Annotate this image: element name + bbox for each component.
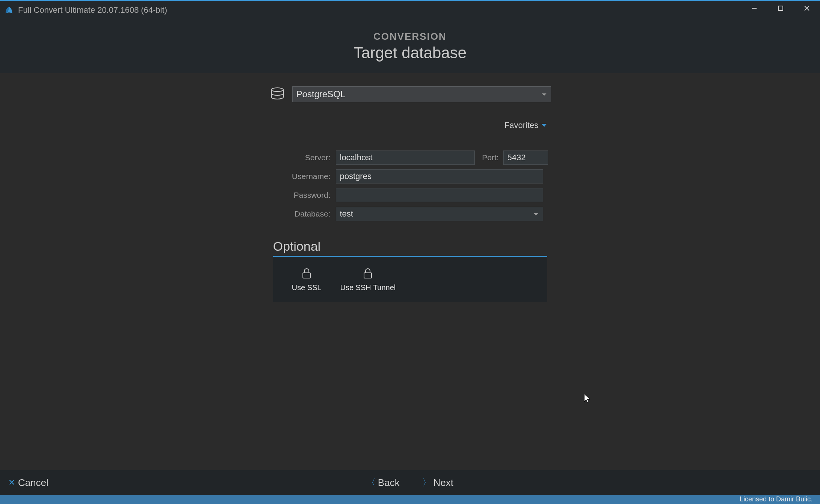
username-label: Username:: [268, 172, 336, 181]
back-label: Back: [378, 477, 400, 489]
maximize-icon: [778, 6, 783, 11]
lock-icon: [361, 267, 374, 281]
server-row: Server: localhost Port: 5432: [268, 150, 553, 165]
favorites-dropdown[interactable]: Favorites: [504, 120, 546, 130]
database-type-value: PostgreSQL: [296, 89, 346, 99]
password-label: Password:: [268, 191, 336, 200]
svg-rect-5: [303, 273, 310, 278]
nav-buttons: 〈 Back 〉 Next: [367, 477, 453, 489]
server-input[interactable]: localhost: [336, 150, 475, 165]
close-icon: [804, 5, 810, 11]
use-ssl-label: Use SSL: [292, 283, 322, 292]
optional-panel: Use SSL Use SSH Tunnel: [273, 257, 547, 302]
back-button[interactable]: 〈 Back: [367, 477, 400, 489]
favorites-row: Favorites: [271, 120, 550, 130]
license-text: Licensed to Damir Bulic.: [740, 495, 812, 503]
app-logo-icon: [4, 5, 14, 15]
next-button[interactable]: 〉 Next: [422, 477, 453, 489]
chevron-right-icon: 〉: [422, 477, 431, 489]
page-title: Target database: [0, 44, 820, 62]
username-row: Username: postgres: [268, 169, 553, 184]
mouse-cursor-icon: [584, 394, 592, 405]
use-ssl-button[interactable]: Use SSL: [292, 267, 322, 292]
server-label: Server:: [268, 153, 336, 162]
database-type-select[interactable]: PostgreSQL: [292, 86, 551, 102]
next-label: Next: [433, 477, 453, 489]
username-input[interactable]: postgres: [336, 169, 543, 184]
page-header: CONVERSION Target database: [0, 20, 820, 73]
cancel-button[interactable]: ✕ Cancel: [8, 477, 48, 489]
server-value: localhost: [340, 153, 373, 162]
database-label: Database:: [268, 209, 336, 218]
main-content: PostgreSQL Favorites Server: localhost P…: [0, 73, 820, 302]
status-bar: Licensed to Damir Bulic.: [0, 495, 820, 504]
lock-icon: [300, 267, 313, 281]
window-controls: [741, 1, 820, 16]
port-label: Port:: [475, 153, 503, 162]
connection-form: Server: localhost Port: 5432 Username: p…: [268, 150, 553, 221]
username-value: postgres: [340, 172, 372, 181]
database-row: Database: test: [268, 207, 553, 221]
database-type-row: PostgreSQL: [0, 85, 820, 103]
section-title: CONVERSION: [0, 31, 820, 42]
minimize-button[interactable]: [741, 1, 767, 16]
cancel-label: Cancel: [18, 477, 48, 489]
minimize-icon: [751, 5, 757, 11]
svg-point-4: [271, 88, 283, 92]
use-ssh-label: Use SSH Tunnel: [340, 283, 396, 292]
title-bar: Full Convert Ultimate 20.07.1608 (64-bit…: [0, 1, 820, 20]
port-value: 5432: [507, 153, 526, 162]
chevron-left-icon: 〈: [367, 477, 376, 489]
database-select[interactable]: test: [336, 207, 543, 221]
optional-title: Optional: [273, 239, 547, 256]
chevron-down-icon: [542, 124, 547, 127]
maximize-button[interactable]: [767, 1, 794, 16]
optional-section: Optional Use SSL Use: [273, 239, 547, 302]
svg-rect-1: [778, 6, 783, 11]
svg-rect-6: [364, 273, 372, 278]
database-value: test: [340, 209, 353, 219]
favorites-label: Favorites: [504, 120, 538, 130]
password-row: Password:: [268, 188, 553, 202]
app-title: Full Convert Ultimate 20.07.1608 (64-bit…: [18, 5, 167, 15]
password-input[interactable]: [336, 188, 543, 202]
use-ssh-tunnel-button[interactable]: Use SSH Tunnel: [340, 267, 396, 292]
cancel-x-icon: ✕: [8, 478, 15, 487]
close-button[interactable]: [794, 1, 820, 16]
port-input[interactable]: 5432: [503, 150, 548, 165]
footer-bar: ✕ Cancel 〈 Back 〉 Next: [0, 470, 820, 495]
database-icon: [269, 85, 286, 103]
